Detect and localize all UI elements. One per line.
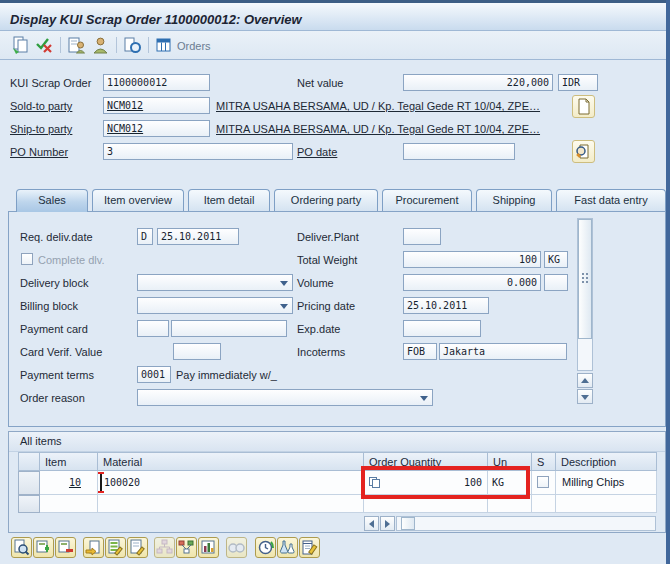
row-selector[interactable] bbox=[18, 495, 40, 513]
col-header-item[interactable]: Item bbox=[40, 452, 98, 471]
col-header-selector[interactable] bbox=[18, 452, 40, 471]
window-frame-right bbox=[666, 0, 670, 564]
page-title: Display KUI Scrap Order 1100000012: Over… bbox=[10, 12, 302, 27]
display-item-details-button[interactable] bbox=[11, 537, 32, 558]
tab-ordering-party[interactable]: Ordering party bbox=[274, 189, 378, 211]
po-date-label[interactable]: PO date bbox=[297, 146, 337, 158]
copy-documents-icon bbox=[10, 35, 31, 56]
ship-to-address-link[interactable]: MITRA USAHA BERSAMA, UD / Kp. Tegal Gede… bbox=[216, 123, 566, 135]
display-sold-to-button[interactable] bbox=[66, 35, 87, 56]
triangle-right-icon bbox=[385, 520, 390, 528]
batch-determination-button[interactable] bbox=[277, 537, 298, 558]
scroll-left-button[interactable] bbox=[364, 516, 379, 531]
binoculars-icon bbox=[227, 538, 246, 557]
all-items-title: All items bbox=[20, 435, 62, 447]
item-pricing-analysis-button[interactable] bbox=[198, 537, 219, 558]
col-header-order-quantity[interactable]: Order Quantity bbox=[364, 452, 488, 471]
empty-cell[interactable] bbox=[40, 495, 98, 513]
insert-item-button[interactable] bbox=[33, 537, 54, 558]
flasks-icon bbox=[278, 538, 297, 557]
process-flow-icon bbox=[177, 538, 196, 557]
clock-icon bbox=[256, 538, 275, 557]
col-header-material[interactable]: Material bbox=[98, 452, 364, 471]
col-header-un[interactable]: Un bbox=[488, 452, 532, 471]
partner-document-icon bbox=[66, 35, 87, 56]
delete-item-button[interactable] bbox=[55, 537, 76, 558]
s-checkbox[interactable] bbox=[537, 476, 549, 488]
tab-sales[interactable]: Sales bbox=[16, 189, 88, 212]
unit-cell[interactable]: KG bbox=[488, 471, 532, 495]
binoculars-button[interactable] bbox=[226, 537, 247, 558]
text-cursor bbox=[100, 474, 102, 491]
search-documents-button[interactable] bbox=[572, 140, 595, 163]
tab-item-detail[interactable]: Item detail bbox=[188, 189, 270, 211]
items-hscrollbar-track[interactable] bbox=[396, 516, 656, 531]
other-order-button[interactable] bbox=[10, 35, 31, 56]
kui-order-label: KUI Scrap Order bbox=[10, 77, 91, 89]
tab-fast-data-entry[interactable]: Fast data entry bbox=[556, 189, 666, 211]
description-cell[interactable]: Milling Chips bbox=[556, 471, 657, 495]
po-date-field[interactable] bbox=[403, 143, 515, 160]
all-items-header bbox=[9, 432, 665, 452]
empty-cell[interactable] bbox=[556, 495, 657, 513]
person-icon bbox=[90, 35, 111, 56]
col-header-s[interactable]: S bbox=[532, 452, 556, 471]
tab-shipping[interactable]: Shipping bbox=[476, 189, 552, 211]
row-selector[interactable] bbox=[18, 471, 40, 495]
po-number-label[interactable]: PO Number bbox=[10, 146, 68, 158]
document-flow-icon bbox=[122, 35, 143, 56]
availability-check-button[interactable] bbox=[255, 537, 276, 558]
ship-to-field[interactable]: NCM012 bbox=[103, 120, 210, 137]
empty-cell[interactable] bbox=[532, 495, 556, 513]
ship-to-label[interactable]: Ship-to party bbox=[10, 123, 72, 135]
item-texts-button[interactable] bbox=[127, 537, 148, 558]
triangle-left-icon bbox=[369, 520, 374, 528]
tab-procurement[interactable]: Procurement bbox=[382, 189, 472, 211]
item-conditions-button[interactable] bbox=[83, 537, 104, 558]
order-quantity-value: 100 bbox=[464, 477, 482, 488]
create-text-button[interactable] bbox=[572, 95, 595, 118]
material-cell[interactable]: 100020 bbox=[98, 471, 364, 495]
org-structure-icon bbox=[155, 538, 174, 557]
quantity-copy-icon[interactable] bbox=[368, 476, 381, 489]
document-icon bbox=[573, 96, 594, 117]
order-quantity-cell[interactable]: 100 bbox=[364, 471, 488, 495]
empty-cell[interactable] bbox=[488, 495, 532, 513]
sales-tab-panel bbox=[8, 211, 666, 427]
sold-to-label[interactable]: Sold-to party bbox=[10, 100, 72, 112]
orders-button[interactable] bbox=[154, 35, 175, 56]
item-structure-button[interactable] bbox=[154, 537, 175, 558]
col-header-description[interactable]: Description bbox=[556, 452, 657, 471]
document-pencil-icon bbox=[128, 538, 147, 557]
remove-row-icon bbox=[56, 538, 75, 557]
toolbar-separator bbox=[148, 37, 149, 53]
magnifier-document-icon bbox=[12, 538, 31, 557]
sold-to-address-link[interactable]: MITRA USAHA BERSAMA, UD / Kp. Tegal Gede… bbox=[216, 100, 566, 112]
partner-button[interactable] bbox=[90, 35, 111, 56]
orders-button-label[interactable]: Orders bbox=[177, 40, 211, 52]
document-flow-button[interactable] bbox=[122, 35, 143, 56]
tab-item-overview[interactable]: Item overview bbox=[92, 189, 184, 211]
toolbar-separator bbox=[60, 37, 61, 53]
item-partners-button[interactable] bbox=[176, 537, 197, 558]
orders-table-icon bbox=[154, 35, 175, 56]
add-row-icon bbox=[34, 538, 53, 557]
check-incompletion-button[interactable] bbox=[34, 35, 55, 56]
cursor-mark-top bbox=[98, 472, 104, 474]
sold-to-field[interactable]: NCM012 bbox=[103, 97, 210, 114]
item-number-cell[interactable]: 10 bbox=[40, 471, 98, 495]
scroll-right-button[interactable] bbox=[380, 516, 395, 531]
kui-order-field[interactable]: 1100000012 bbox=[103, 74, 210, 91]
chart-book-icon bbox=[199, 538, 218, 557]
cursor-mark-bottom bbox=[98, 491, 104, 493]
item-schedule-lines-button[interactable] bbox=[105, 537, 126, 558]
empty-cell[interactable] bbox=[98, 495, 364, 513]
item-notes-button[interactable] bbox=[299, 537, 320, 558]
sap-window: { "window": { "title": "Display KUI Scra… bbox=[0, 0, 670, 564]
s-cell[interactable] bbox=[532, 471, 556, 495]
check-cross-icon bbox=[34, 35, 55, 56]
po-number-field[interactable]: 3 bbox=[103, 143, 293, 160]
items-hscrollbar-thumb[interactable] bbox=[401, 517, 415, 530]
empty-cell[interactable] bbox=[364, 495, 488, 513]
toolbar-separator bbox=[116, 37, 117, 53]
